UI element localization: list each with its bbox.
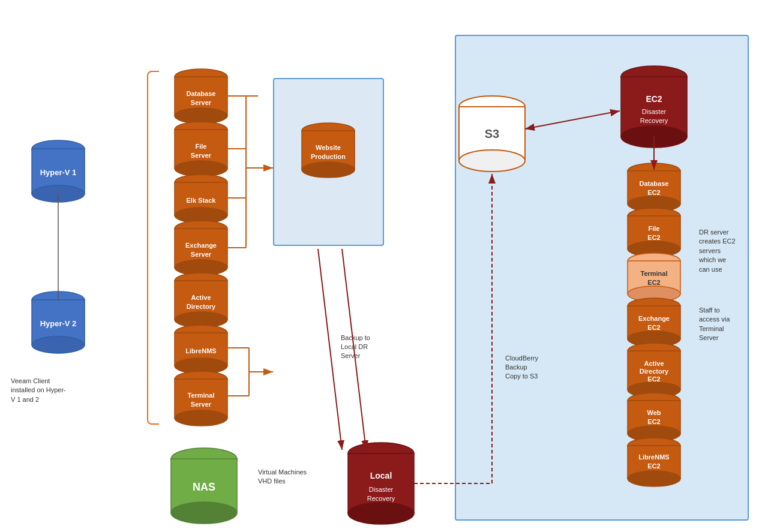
aws-container <box>455 35 749 521</box>
svg-point-19 <box>175 175 227 190</box>
svg-point-9 <box>175 69 227 85</box>
cloudberry-label: CloudBerryBackupCopy to S3 <box>505 354 538 381</box>
svg-point-23 <box>175 221 227 236</box>
svg-point-21 <box>175 208 227 223</box>
svg-point-37 <box>175 371 227 387</box>
hyperv1-cylinder: Hyper-V 1 <box>32 140 85 202</box>
svg-text:Active: Active <box>191 294 211 301</box>
veeam-label: Veeam Clientinstalled on Hyper-V 1 and 2 <box>11 377 66 404</box>
svg-point-2 <box>32 185 85 202</box>
librenms-cylinder: LibreNMS <box>175 325 227 374</box>
svg-text:File: File <box>196 143 207 150</box>
svg-point-16 <box>175 161 227 176</box>
svg-point-65 <box>171 502 237 524</box>
terminal-server-cylinder: Terminal Server <box>175 371 227 426</box>
dr-server-note: DR servercreates EC2serverswhich wecan u… <box>699 228 736 274</box>
svg-text:Elk Stack: Elk Stack <box>187 197 217 204</box>
svg-point-28 <box>175 273 227 288</box>
svg-point-39 <box>175 410 227 426</box>
svg-rect-5 <box>32 300 85 345</box>
svg-rect-38 <box>175 379 227 418</box>
svg-text:Hyper-V 2: Hyper-V 2 <box>40 319 77 328</box>
hyperv2-cylinder: Hyper-V 2 <box>32 291 85 353</box>
svg-rect-20 <box>175 182 227 215</box>
svg-rect-58 <box>348 453 414 513</box>
svg-line-117 <box>318 249 342 450</box>
binary-lane-box <box>273 78 384 246</box>
virtual-servers-brace <box>147 71 159 425</box>
svg-point-11 <box>175 108 227 124</box>
svg-text:LibreNMS: LibreNMS <box>185 347 216 354</box>
svg-text:Disaster: Disaster <box>369 486 394 493</box>
staff-note: Staff toaccess viaTerminalServer <box>699 306 730 343</box>
svg-text:Database: Database <box>187 90 216 97</box>
svg-point-59 <box>348 503 414 524</box>
svg-point-63 <box>171 448 237 470</box>
svg-rect-24 <box>175 229 227 267</box>
svg-point-30 <box>175 312 227 327</box>
svg-text:Server: Server <box>191 99 212 106</box>
svg-point-0 <box>32 140 85 157</box>
db-server-cylinder: Database Server <box>175 69 227 124</box>
svg-rect-64 <box>171 459 237 513</box>
local-dr-cylinder: Local Disaster Recovery <box>348 443 414 524</box>
svg-text:Exchange: Exchange <box>185 242 217 249</box>
svg-point-4 <box>32 291 85 308</box>
svg-rect-34 <box>175 333 227 366</box>
svg-point-6 <box>32 336 85 353</box>
exchange-server-cylinder: Exchange Server <box>175 221 227 275</box>
svg-point-14 <box>175 122 227 137</box>
svg-text:Hyper-V 1: Hyper-V 1 <box>40 168 77 177</box>
svg-rect-15 <box>175 130 227 169</box>
active-directory-cylinder: Active Directory <box>175 273 227 327</box>
nas-cylinder: NAS <box>171 448 237 524</box>
svg-rect-1 <box>32 149 85 194</box>
file-server-cylinder: File Server <box>175 122 227 176</box>
elk-stack-cylinder: Elk Stack <box>175 175 227 223</box>
svg-point-33 <box>175 325 227 341</box>
svg-text:Server: Server <box>191 251 212 258</box>
svg-text:Local: Local <box>370 471 392 480</box>
svg-text:Server: Server <box>191 152 212 159</box>
svg-text:Terminal: Terminal <box>187 392 214 399</box>
svg-text:Directory: Directory <box>187 303 216 310</box>
svg-point-57 <box>348 443 414 464</box>
svg-text:Server: Server <box>191 401 212 408</box>
svg-rect-10 <box>175 77 227 116</box>
svg-point-35 <box>175 358 227 374</box>
svg-rect-29 <box>175 281 227 320</box>
nas-sublabel: Virtual MachinesVHD files <box>258 468 307 486</box>
svg-text:NAS: NAS <box>193 481 215 493</box>
svg-point-25 <box>175 260 227 275</box>
svg-text:Recovery: Recovery <box>367 495 395 502</box>
backup-label: Backup toLocal DRServer <box>341 333 370 360</box>
